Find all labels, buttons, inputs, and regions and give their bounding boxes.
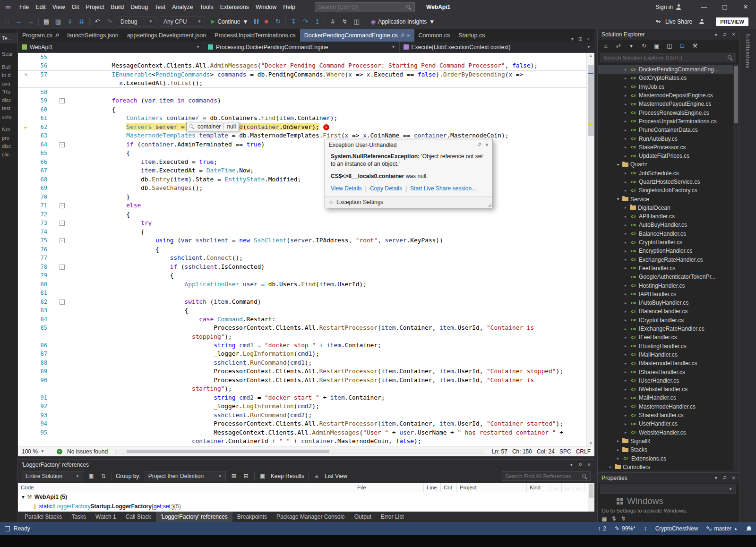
tree-item-updatefiatprices-cs[interactable]: ▸C#UpdateFiatPrices.cs [598,152,739,160]
tree-item-imailhandler-cs[interactable]: ▸C#IMailHandler.cs [598,350,739,359]
code-text[interactable]: ApplicationUser user = db.Users.Find(ite… [66,280,594,289]
code-line-76[interactable]: 76 { [18,245,594,254]
collapse-region-icon[interactable]: - [60,299,65,305]
line-number[interactable]: 83 [34,306,48,315]
menu-project[interactable]: Project [83,0,108,14]
selection-margin[interactable] [48,79,58,87]
menu-edit[interactable]: Edit [32,0,49,14]
exception-link-view-details[interactable]: View Details [331,185,362,192]
code-text[interactable]: string cmd2 = "docker start " + item.Con… [66,393,594,402]
keep-results-label[interactable]: Keep Results [271,473,304,479]
breakpoint-margin[interactable] [18,385,34,393]
code-text[interactable]: Servers server = db.Servers.Find(contain… [66,123,594,131]
outlining-margin[interactable] [58,184,66,192]
scrollbar-thumb[interactable] [734,66,738,123]
code-line-69[interactable]: 69 db.SaveChanges(); [18,184,594,192]
exception-link-start-live-share-session[interactable]: Start Live Share session... [410,185,476,192]
code-line-84[interactable]: 84 case Command.Restart: [18,315,594,324]
line-number[interactable]: 88 [34,359,48,367]
error-icon[interactable]: ✕ [323,124,329,130]
tree-item-signalr[interactable]: ▸SignalR [598,437,739,445]
breakpoint-margin[interactable] [18,315,34,324]
chevron-collapsed-icon[interactable]: ▸ [608,465,613,469]
code-text[interactable]: sshclient.Connect(); [66,254,594,262]
breakpoint-margin[interactable] [18,219,34,227]
breakpoint-margin[interactable] [18,280,34,289]
platform-combo[interactable]: Any CPU▼ [160,17,205,27]
collapse-region-icon[interactable]: - [60,238,65,243]
line-number[interactable]: 68 [34,175,48,184]
code-text[interactable]: foreach (var item in commands) [66,96,594,105]
chevron-collapsed-icon[interactable]: ▸ [623,422,628,426]
selection-margin[interactable] [48,193,58,201]
references-search-input[interactable] [505,473,579,479]
selection-margin[interactable] [48,419,58,428]
tab-processunpaidterminations-cs[interactable]: ProcessUnpaidTerminations.cs [210,29,300,42]
column-header-kind[interactable]: Kind [527,483,550,492]
profiler-icon[interactable]: ↯ [340,18,349,25]
column-header-file[interactable]: File [354,483,424,492]
breakpoint-margin[interactable] [18,96,34,105]
code-text[interactable]: stopping"); [66,333,594,341]
code-text[interactable]: { [66,228,594,236]
interactive-window-icon[interactable]: # [328,18,337,25]
line-number[interactable]: 65 [34,149,48,157]
repository-picker[interactable]: CryptoChestNew [655,525,698,532]
tree-item-service[interactable]: ▾Service [598,195,739,203]
outlining-margin[interactable] [58,393,66,402]
outlining-margin[interactable] [58,254,66,262]
chevron-collapsed-icon[interactable]: ▸ [623,404,628,409]
selection-margin[interactable] [48,315,58,324]
line-number[interactable]: 71 [34,201,48,210]
tree-item-runautobuy-cs[interactable]: ▸C#RunAutoBuy.cs [598,134,739,143]
pending-changes-filter-icon[interactable]: ▾ [627,43,636,49]
line-number[interactable]: 81 [34,289,48,297]
code-text[interactable]: try [66,219,594,227]
line-number[interactable]: 89 [34,367,48,376]
list-view-label[interactable]: List View [325,473,347,479]
outlining-margin[interactable] [58,105,66,114]
solution-explorer-search-box[interactable] [601,53,736,62]
line-number[interactable]: 58 [34,88,48,96]
code-line-92[interactable]: 92 _logger.LogInformation(cmd2); [18,402,594,410]
navbar-type-dropdown[interactable]: Processing.DockerPendingCommandEngine ▼ [204,42,400,52]
tree-item-mailhandler-cs[interactable]: ▸C#MailHandler.cs [598,393,739,402]
code-line-58[interactable]: 58 [18,88,594,96]
code-editor[interactable]: 5556 MessageContext.Clients.All.AdminMes… [18,53,594,446]
menu-file[interactable]: File [16,0,32,14]
chevron-collapsed-icon[interactable]: ▸ [623,154,628,158]
tree-item-extensions-cs[interactable]: ▸C#Extensions.cs [598,454,739,462]
tree-item-hostinghandler-cs[interactable]: ▸C#HostingHandler.cs [598,281,739,290]
code-text[interactable]: MessageContext.Clients.All.AdminMessages… [66,428,594,437]
collapse-all-icon[interactable]: ⊟ [678,43,687,49]
chevron-collapsed-icon[interactable]: ▸ [623,171,628,175]
line-number[interactable]: 91 [34,393,48,402]
breakpoint-margin[interactable] [18,201,34,210]
selection-margin[interactable] [48,184,58,192]
outlining-margin[interactable] [58,411,66,419]
new-file-icon[interactable]: ▤ [42,18,51,25]
menu-git[interactable]: Git [69,0,83,14]
outlining-margin[interactable] [58,402,66,410]
line-number[interactable]: 69 [34,184,48,192]
line-number[interactable]: 61 [34,114,48,122]
health-label[interactable]: No issues found [67,448,108,455]
notifications-strip[interactable]: Notifications [739,29,756,522]
reference-row[interactable]: ⚷static ILoggerFactory Startup.LoggerFac… [18,502,594,511]
redo-icon[interactable]: ↷ [105,18,113,25]
chevron-collapsed-icon[interactable]: ▸ [623,102,628,106]
code-text[interactable] [66,289,594,297]
sort-results-icon[interactable]: ⇅ [99,473,108,479]
float-tab-icon[interactable]: ⊞ [578,36,582,42]
chevron-collapsed-icon[interactable]: ▸ [623,361,628,366]
breakpoint-margin[interactable] [18,149,34,157]
quick-search-input[interactable] [318,4,406,10]
navigate-forward-icon[interactable]: → [26,18,35,25]
selection-margin[interactable] [48,402,58,410]
branch-picker[interactable]: master▲ [706,525,738,532]
tree-item-masternodedepositengine-cs[interactable]: ▸C#MasternodeDepositEngine.cs [598,91,739,100]
breakpoint-margin[interactable] [18,245,34,254]
chevron-collapsed-icon[interactable]: ▸ [623,205,628,210]
outlining-margin[interactable]: - [58,201,66,210]
tree-item-apihandler-cs[interactable]: ▸C#APIHandler.cs [598,212,739,221]
